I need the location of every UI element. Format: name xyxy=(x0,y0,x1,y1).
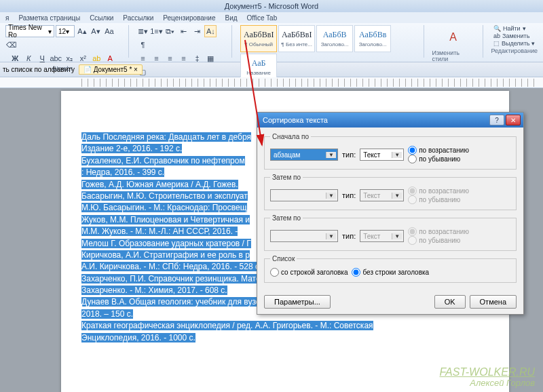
highlight-icon[interactable]: ab xyxy=(90,52,102,64)
first-by-label: Сначала по xyxy=(270,133,311,140)
paragraph-group: ≣▾ 1≡▾ ⧉▾ ⇤ ⇥ A↓ ¶ ≡ ≡ ≡ ≡ ‡ ▦ ▢ Абзац xyxy=(134,25,226,85)
align-left-icon[interactable]: ≡ xyxy=(136,52,149,64)
line-spacing-icon[interactable]: ‡ xyxy=(191,52,203,64)
list-legend: Список xyxy=(270,255,297,262)
tab-references[interactable]: Ссылки xyxy=(90,14,113,22)
subscript-icon[interactable]: x₂ xyxy=(63,52,75,64)
tab-view[interactable]: Вид xyxy=(225,14,237,22)
cancel-button[interactable]: Отмена xyxy=(470,295,517,309)
find-button[interactable]: 🔍 Найти ▾ xyxy=(493,25,536,32)
editing-group: 🔍 Найти ▾ ab Заменить ⬚ Выделить ▾ Редак… xyxy=(488,25,540,54)
style-gallery-item-0[interactable]: АаБбВвІ¶ Обычный xyxy=(240,25,277,52)
asc-radio-3: по возрастанию xyxy=(408,227,469,236)
text-line[interactable]: Жуков, М.М. Плиоценовая и Четвертичная и xyxy=(81,215,250,224)
text-line[interactable]: М.М. Жуков. - М.: М.-Л.: АН СССР, 2016. … xyxy=(81,227,238,236)
underline-icon[interactable]: Ч xyxy=(36,52,48,64)
desc-radio-2: по убыванию xyxy=(408,195,469,204)
change-styles-label: Изменить стили xyxy=(432,50,474,62)
desc-radio-3: по убыванию xyxy=(408,236,469,245)
sort-field-3: ▼ xyxy=(270,230,338,242)
tab-layout[interactable]: Разметка страницы xyxy=(18,14,80,22)
style-gallery-item-4[interactable]: АаБНазвание xyxy=(240,54,277,81)
indent-inc-icon[interactable]: ⇥ xyxy=(191,25,203,37)
sort-type-2: Текст▼ xyxy=(360,189,404,201)
text-line[interactable]: Киричкова, А.И. Стратиграфия и ее роль в… xyxy=(81,250,250,260)
with-header-radio[interactable]: со строкой заголовка xyxy=(270,268,348,277)
sort-type-3: Текст▼ xyxy=(360,230,404,242)
grow-font-icon[interactable]: A▴ xyxy=(76,25,88,37)
text-line[interactable]: Краткая географическая энциклопедия / ре… xyxy=(81,321,373,330)
window-title: Документ5 - Microsoft Word xyxy=(0,0,543,12)
text-line[interactable]: М.Ю. Басарыгин. - М.: Краснодар: Просвещ xyxy=(81,203,247,212)
text-line[interactable]: 2018. – 150 с. xyxy=(81,309,133,319)
dialog-close-button[interactable]: ✕ xyxy=(506,115,521,125)
tab-mailings[interactable]: Рассылки xyxy=(123,14,153,22)
text-line[interactable]: А.И. Киричкова. - М.: СПб: Недра, 2016. … xyxy=(81,262,261,271)
style-gallery-item-2[interactable]: АаБбВЗаголово... xyxy=(316,25,353,52)
ribbon-tabs: я Разметка страницы Ссылки Рассылки Реце… xyxy=(0,12,543,23)
sort-button[interactable]: A↓ xyxy=(204,25,217,37)
font-color-icon[interactable]: A xyxy=(104,52,116,64)
list-header-group: Список со строкой заголовка без строки з… xyxy=(264,255,517,283)
font-name-combo[interactable]: Times New Ro ▾ xyxy=(5,25,54,37)
text-line[interactable]: Басарыгин, М.Ю. Строительство и эксплуат xyxy=(81,191,248,201)
ruler[interactable] xyxy=(0,77,543,88)
align-center-icon[interactable]: ≡ xyxy=(150,52,162,64)
ok-button[interactable]: OK xyxy=(434,295,466,309)
text-line[interactable]: Захарченко. - М.: Химия, 2017. - 608 с. xyxy=(81,286,227,295)
text-line[interactable]: Даль Последняя река: Двадцать лет в дебр… xyxy=(81,132,251,142)
bullets-icon[interactable]: ≣▾ xyxy=(136,25,149,37)
superscript-icon[interactable]: x² xyxy=(77,52,89,64)
then-sort-group-1: Затем по ▼ тип: Текст▼ по возрастанию по… xyxy=(264,174,517,210)
then-sort-group-2: Затем по ▼ тип: Текст▼ по возрастанию по… xyxy=(264,214,517,251)
sort-field-2[interactable]: ▼ xyxy=(270,189,338,201)
text-line[interactable]: : Недра, 2016. - 399 с. xyxy=(81,168,164,177)
shrink-font-icon[interactable]: A▾ xyxy=(90,25,102,37)
text-line[interactable]: Издание 2-е, 2016. - 192 с. xyxy=(81,144,182,153)
asc-radio-1[interactable]: по возрастанию xyxy=(408,146,469,155)
params-button[interactable]: Параметры... xyxy=(264,295,331,309)
replace-button[interactable]: ab Заменить xyxy=(493,33,536,39)
editing-group-label: Редактирование xyxy=(491,47,538,54)
text-line[interactable]: Бухаленко, Е.И. Справочник по нефтепром xyxy=(81,156,245,165)
document-tab[interactable]: 📄 Документ5 * × xyxy=(79,64,143,75)
change-styles-button[interactable]: A xyxy=(440,25,466,50)
justify-icon[interactable]: ≡ xyxy=(177,52,189,64)
numbering-icon[interactable]: 1≡▾ xyxy=(150,25,162,37)
dialog-titlebar: Сортировка текста ? ✕ xyxy=(257,113,523,128)
text-line[interactable]: Мелош Г. Образование ударных кратеров / … xyxy=(81,239,251,248)
style-gallery-item-3[interactable]: АаБбВвЗаголово... xyxy=(354,25,391,52)
tab-office[interactable]: Office Tab xyxy=(247,14,278,22)
italic-icon[interactable]: К xyxy=(22,52,35,64)
type-label-3: тип: xyxy=(342,232,356,240)
style-gallery-item-1[interactable]: АаБбВвІ¶ Без инте... xyxy=(278,25,315,52)
dialog-help-button[interactable]: ? xyxy=(489,115,504,125)
font-size-combo[interactable]: 12 ▾ xyxy=(56,25,75,37)
change-case-icon[interactable]: Aa xyxy=(103,25,115,37)
text-line[interactable]: Энциклопедия, 2016. - 1000 с. xyxy=(81,333,195,342)
indent-dec-icon[interactable]: ⇤ xyxy=(177,25,189,37)
strike-icon[interactable]: abc xyxy=(50,52,62,64)
sort-field-1[interactable]: абзацам▼ xyxy=(270,149,338,161)
align-right-icon[interactable]: ≡ xyxy=(164,52,176,64)
sort-type-1[interactable]: Текст▼ xyxy=(360,149,404,161)
bold-icon[interactable]: Ж xyxy=(9,52,21,64)
text-line[interactable]: Гожев, А.Д. Южная Америка / А.Д. Гожев. xyxy=(81,180,238,189)
tab-review[interactable]: Рецензирование xyxy=(163,14,215,22)
show-marks-icon[interactable]: ¶ xyxy=(136,39,149,51)
multilevel-icon[interactable]: ⧉▾ xyxy=(164,25,176,37)
shading-icon[interactable]: ▦ xyxy=(204,52,217,64)
then-by-label-1: Затем по xyxy=(270,174,303,181)
watermark: FAST-WOLKER.RU Алексей Горлов xyxy=(440,366,535,388)
no-header-radio[interactable]: без строки заголовка xyxy=(352,268,429,277)
ribbon: Times New Ro ▾ 12 ▾ A▴ A▾ Aa ⌫ Ж К Ч abc… xyxy=(0,23,543,62)
first-sort-group: Сначала по абзацам▼ тип: Текст▼ по возра… xyxy=(264,133,517,170)
select-button[interactable]: ⬚ Выделить ▾ xyxy=(493,40,536,47)
desc-radio-1[interactable]: по убыванию xyxy=(408,155,469,163)
tab-home[interactable]: я xyxy=(5,14,9,22)
then-by-label-2: Затем по xyxy=(270,214,303,222)
change-styles-group: A Изменить стили xyxy=(429,25,476,62)
type-label-1: тип: xyxy=(342,151,356,159)
clear-format-icon[interactable]: ⌫ xyxy=(5,39,18,51)
type-label-2: тип: xyxy=(342,191,356,199)
